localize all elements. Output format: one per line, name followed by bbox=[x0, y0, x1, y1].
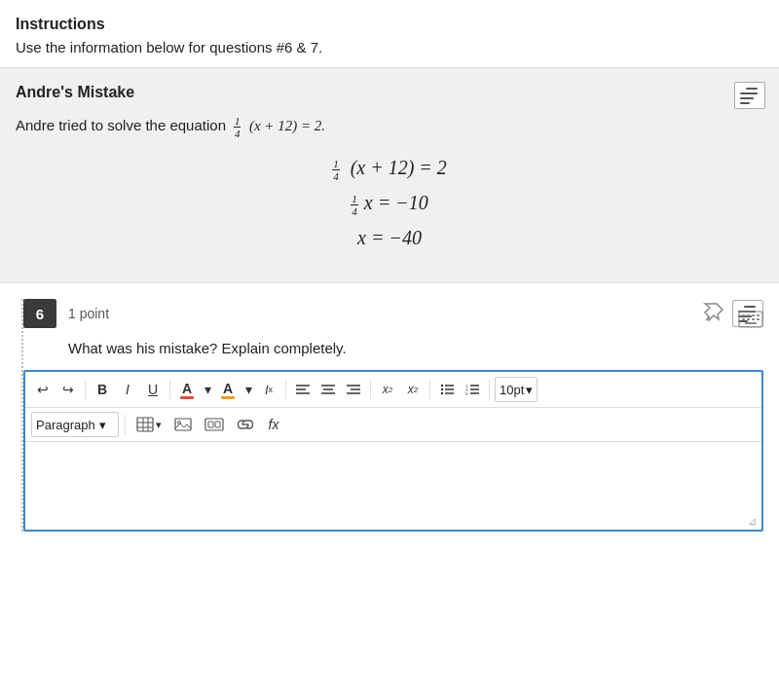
bold-button[interactable]: B bbox=[91, 378, 114, 401]
paragraph-selector[interactable]: Paragraph ▾ bbox=[31, 412, 119, 437]
subscript-button[interactable]: x2 bbox=[401, 378, 425, 401]
ordered-list-button[interactable]: 1.2.3. bbox=[461, 378, 484, 401]
toolbar-sep-4 bbox=[370, 380, 371, 399]
question-section: 6 1 point bbox=[0, 283, 779, 532]
math-line-3: x = −40 bbox=[16, 227, 763, 249]
andres-mistake-title: Andre's Mistake bbox=[16, 84, 763, 101]
highlight-dropdown[interactable]: ▾ bbox=[241, 378, 255, 401]
instructions-section: Instructions Use the information below f… bbox=[0, 0, 779, 68]
resize-handle[interactable]: ⊿ bbox=[748, 516, 760, 528]
redo-button[interactable]: ↪ bbox=[56, 378, 80, 401]
svg-rect-37 bbox=[175, 419, 191, 430]
toolbar-sep-2 bbox=[169, 380, 170, 399]
math-block: 14 (x + 12) = 2 14 x = −10 x = −40 bbox=[16, 157, 763, 249]
toolbar-sep-3 bbox=[285, 380, 286, 399]
svg-rect-40 bbox=[208, 422, 213, 427]
embed-button[interactable] bbox=[200, 413, 229, 436]
svg-point-20 bbox=[441, 385, 443, 387]
unordered-list-button[interactable] bbox=[435, 378, 459, 401]
page-wrapper: Instructions Use the information below f… bbox=[0, 0, 779, 700]
editor-body[interactable]: ⊿ bbox=[25, 442, 761, 530]
keyboard-icon[interactable] bbox=[738, 311, 763, 331]
svg-rect-41 bbox=[215, 422, 220, 427]
svg-rect-8 bbox=[752, 318, 755, 320]
image-button[interactable] bbox=[169, 413, 197, 436]
paragraph-label: Paragraph bbox=[36, 418, 95, 432]
question-points: 1 point bbox=[68, 306, 109, 321]
math-line-1: 14 (x + 12) = 2 bbox=[16, 157, 763, 182]
editor-toolbar-row1: ↩ ↪ B I U A ▾ bbox=[25, 372, 761, 408]
font-size-selector[interactable]: 10pt ▾ bbox=[495, 377, 538, 402]
toolbar-sep-1 bbox=[85, 380, 86, 399]
font-size-dropdown-arrow: ▾ bbox=[526, 383, 533, 397]
table-button[interactable]: ▾ bbox=[131, 413, 167, 436]
instructions-text: Use the information below for questions … bbox=[16, 39, 763, 55]
inline-equation: 14 (x + 12) = 2. bbox=[230, 118, 325, 133]
andres-mistake-section: Andre's Mistake Andre tried to solve the… bbox=[0, 68, 779, 283]
align-right-button[interactable] bbox=[342, 378, 365, 401]
svg-text:3.: 3. bbox=[465, 391, 468, 395]
toolbar-sep-7 bbox=[125, 415, 126, 434]
svg-rect-7 bbox=[747, 318, 750, 320]
math-line-2: 14 x = −10 bbox=[16, 192, 763, 217]
svg-rect-10 bbox=[745, 322, 757, 324]
superscript-button[interactable]: x2 bbox=[376, 378, 399, 401]
text-editor[interactable]: ↩ ↪ B I U A ▾ bbox=[23, 370, 763, 532]
align-left-button[interactable] bbox=[291, 378, 315, 401]
underline-button[interactable]: U bbox=[141, 378, 165, 401]
italic-button[interactable]: I bbox=[116, 378, 139, 401]
svg-rect-2 bbox=[742, 314, 745, 316]
font-color-button[interactable]: A bbox=[175, 378, 199, 401]
editor-toolbar-row2: Paragraph ▾ ▾ bbox=[25, 408, 761, 442]
highlight-button[interactable]: A bbox=[216, 378, 240, 401]
font-color-dropdown[interactable]: ▾ bbox=[201, 378, 214, 401]
svg-rect-9 bbox=[757, 318, 760, 320]
align-center-button[interactable] bbox=[316, 378, 340, 401]
rubric-icon[interactable] bbox=[734, 82, 765, 109]
andres-mistake-text: Andre tried to solve the equation 14 (x … bbox=[16, 115, 763, 139]
pin-icon[interactable] bbox=[703, 302, 724, 326]
question-row: 6 1 point bbox=[23, 299, 763, 328]
formula-button[interactable]: fx bbox=[262, 413, 285, 436]
paragraph-arrow: ▾ bbox=[99, 418, 106, 432]
toolbar-sep-5 bbox=[429, 380, 430, 399]
svg-rect-4 bbox=[752, 314, 755, 316]
toolbar-sep-6 bbox=[489, 380, 490, 399]
svg-point-24 bbox=[441, 392, 443, 394]
question-outer: 6 1 point bbox=[21, 299, 763, 532]
intro-text: Andre tried to solve the equation bbox=[16, 117, 226, 133]
svg-rect-3 bbox=[747, 314, 750, 316]
question-text-row: What was his mistake? Explain completely… bbox=[23, 340, 763, 356]
question-text: What was his mistake? Explain completely… bbox=[68, 340, 763, 356]
link-button[interactable] bbox=[232, 413, 259, 436]
svg-point-22 bbox=[441, 388, 443, 390]
svg-rect-6 bbox=[742, 318, 745, 320]
svg-rect-5 bbox=[757, 314, 760, 316]
instructions-title: Instructions bbox=[16, 16, 763, 33]
question-number-badge: 6 bbox=[23, 299, 56, 328]
undo-button[interactable]: ↩ bbox=[31, 378, 55, 401]
svg-rect-32 bbox=[137, 418, 153, 431]
font-size-value: 10pt bbox=[500, 383, 524, 397]
clear-format-button[interactable]: Ix bbox=[257, 378, 280, 401]
